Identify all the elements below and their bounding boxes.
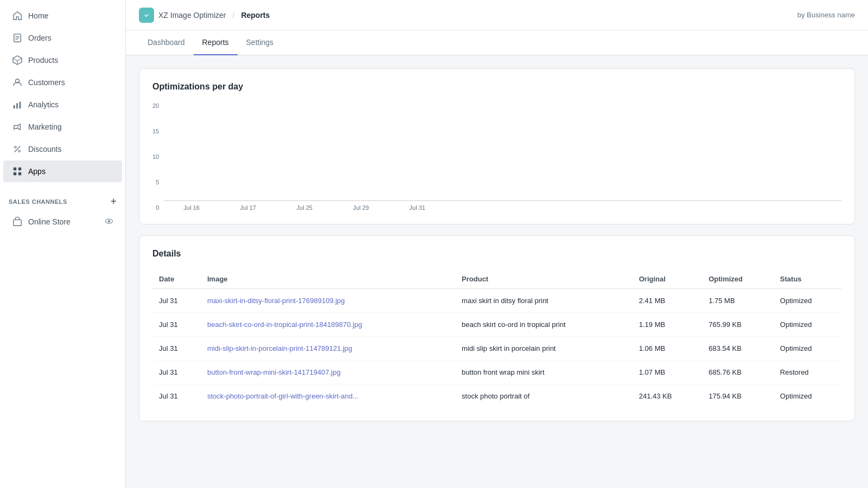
discounts-icon xyxy=(12,144,23,155)
details-table-body: Jul 31 maxi-skirt-in-ditsy-floral-print-… xyxy=(152,289,841,408)
cell-date: Jul 31 xyxy=(152,337,201,361)
chart-y-axis: 0 5 10 15 20 xyxy=(152,102,163,211)
cell-image[interactable]: beach-skirt-co-ord-in-tropical-print-184… xyxy=(201,313,455,337)
cell-optimized: 765.99 KB xyxy=(702,313,774,337)
cell-image[interactable]: button-front-wrap-mini-skirt-141719407.j… xyxy=(201,361,455,384)
cell-original: 1.07 MB xyxy=(633,361,702,384)
cell-product: button front wrap mini skirt xyxy=(455,361,633,384)
col-original: Original xyxy=(633,269,702,289)
svg-point-20 xyxy=(108,220,110,222)
sidebar-item-orders[interactable]: Orders xyxy=(3,27,122,49)
chart-title: Optimizations per day xyxy=(152,82,841,92)
content-area: Dashboard Reports Settings Optimizations… xyxy=(126,30,868,488)
chart-x-label: Jul 17 xyxy=(231,204,265,211)
cell-image[interactable]: maxi-skirt-in-ditsy-floral-print-1769891… xyxy=(201,289,455,313)
sidebar-item-orders-label: Orders xyxy=(28,34,52,42)
y-label-0: 0 xyxy=(152,204,159,211)
table-row: Jul 31 maxi-skirt-in-ditsy-floral-print-… xyxy=(152,289,841,313)
sidebar-item-products[interactable]: Products xyxy=(3,49,122,71)
topbar: XZ Image Optimizer / Reports by Business… xyxy=(126,0,868,30)
apps-icon xyxy=(12,166,23,177)
main-content: XZ Image Optimizer / Reports by Business… xyxy=(126,0,868,488)
topbar-by: by Business name xyxy=(797,11,855,19)
tabs-bar: Dashboard Reports Settings xyxy=(126,30,868,55)
chart-x-label: Jul 29 xyxy=(343,204,378,211)
details-card: Details Date Image Product Original Opti… xyxy=(139,235,855,421)
sidebar-item-discounts[interactable]: Discounts xyxy=(3,138,122,160)
cell-date: Jul 31 xyxy=(152,289,201,313)
cell-status: Optimized xyxy=(774,289,841,313)
y-label-10: 10 xyxy=(152,153,159,160)
cell-original: 1.06 MB xyxy=(633,337,702,361)
tab-settings[interactable]: Settings xyxy=(238,30,283,55)
add-sales-channel-button[interactable]: + xyxy=(111,196,117,207)
sidebar-item-marketing[interactable]: Marketing xyxy=(3,116,122,138)
sidebar-item-discounts-label: Discounts xyxy=(28,145,61,153)
cell-product: maxi skirt in ditsy floral print xyxy=(455,289,633,313)
cell-status: Optimized xyxy=(774,337,841,361)
cell-date: Jul 31 xyxy=(152,313,201,337)
topbar-page-title: Reports xyxy=(241,11,270,20)
online-store-visibility-icon[interactable] xyxy=(105,217,113,227)
tab-dashboard[interactable]: Dashboard xyxy=(139,30,194,55)
chart-x-labels: Jul 16Jul 17Jul 25Jul 29Jul 31 xyxy=(163,204,841,211)
svg-rect-14 xyxy=(14,168,16,170)
topbar-app-name: XZ Image Optimizer xyxy=(158,11,226,20)
sidebar-item-online-store[interactable]: Online Store xyxy=(3,211,122,233)
col-status: Status xyxy=(774,269,841,289)
cell-optimized: 1.75 MB xyxy=(702,289,774,313)
table-row: Jul 31 midi-slip-skirt-in-porcelain-prin… xyxy=(152,337,841,361)
tab-reports[interactable]: Reports xyxy=(194,30,238,55)
svg-line-13 xyxy=(15,146,21,152)
customers-icon xyxy=(12,77,23,88)
sidebar-item-home[interactable]: Home xyxy=(3,5,122,27)
marketing-icon xyxy=(12,121,23,132)
sidebar: Home Orders Products Customers Analytics xyxy=(0,0,126,488)
svg-rect-8 xyxy=(20,102,21,109)
topbar-left: XZ Image Optimizer / Reports xyxy=(139,8,270,23)
details-table: Date Image Product Original Optimized St… xyxy=(152,269,841,408)
svg-rect-6 xyxy=(14,105,15,108)
sidebar-item-analytics-label: Analytics xyxy=(28,100,59,109)
sidebar-item-marketing-label: Marketing xyxy=(28,123,61,131)
sidebar-item-analytics[interactable]: Analytics xyxy=(3,94,122,115)
col-optimized: Optimized xyxy=(702,269,774,289)
cell-date: Jul 31 xyxy=(152,361,201,384)
chart-bars-area xyxy=(163,201,841,201)
products-icon xyxy=(12,55,23,66)
sidebar-item-apps-label: Apps xyxy=(28,167,46,176)
details-table-head: Date Image Product Original Optimized St… xyxy=(152,269,841,289)
app-logo xyxy=(139,8,154,23)
sidebar-item-customers[interactable]: Customers xyxy=(3,72,122,93)
sidebar-item-customers-label: Customers xyxy=(28,78,65,87)
svg-rect-17 xyxy=(18,172,21,175)
online-store-icon xyxy=(12,216,23,227)
chart-card: Optimizations per day 0 5 10 15 20 xyxy=(139,68,855,224)
chart-x-label: Jul 16 xyxy=(174,204,209,211)
cell-image[interactable]: midi-slip-skirt-in-porcelain-print-11478… xyxy=(201,337,455,361)
cell-date: Jul 31 xyxy=(152,384,201,408)
cell-optimized: 683.54 KB xyxy=(702,337,774,361)
cell-original: 2.41 MB xyxy=(633,289,702,313)
svg-rect-15 xyxy=(18,168,21,170)
cell-optimized: 685.76 KB xyxy=(702,361,774,384)
table-row: Jul 31 button-front-wrap-mini-skirt-1417… xyxy=(152,361,841,384)
orders-icon xyxy=(12,33,23,43)
svg-rect-18 xyxy=(14,220,21,226)
sidebar-item-apps[interactable]: Apps xyxy=(3,160,122,182)
svg-rect-7 xyxy=(16,103,18,108)
cell-status: Restored xyxy=(774,361,841,384)
sales-channels-label: SALES CHANNELS xyxy=(9,198,67,205)
table-row: Jul 31 stock-photo-portrait-of-girl-with… xyxy=(152,384,841,408)
svg-rect-16 xyxy=(14,172,16,175)
cell-product: stock photo portrait of xyxy=(455,384,633,408)
chart-x-label: Jul 25 xyxy=(287,204,322,211)
y-label-5: 5 xyxy=(152,179,159,185)
col-product: Product xyxy=(455,269,633,289)
svg-point-12 xyxy=(18,150,21,152)
cell-original: 241.43 KB xyxy=(633,384,702,408)
sidebar-item-online-store-label: Online Store xyxy=(28,217,71,226)
chart-x-label: Jul 31 xyxy=(400,204,435,211)
cell-image[interactable]: stock-photo-portrait-of-girl-with-green-… xyxy=(201,384,455,408)
y-label-20: 20 xyxy=(152,102,159,109)
